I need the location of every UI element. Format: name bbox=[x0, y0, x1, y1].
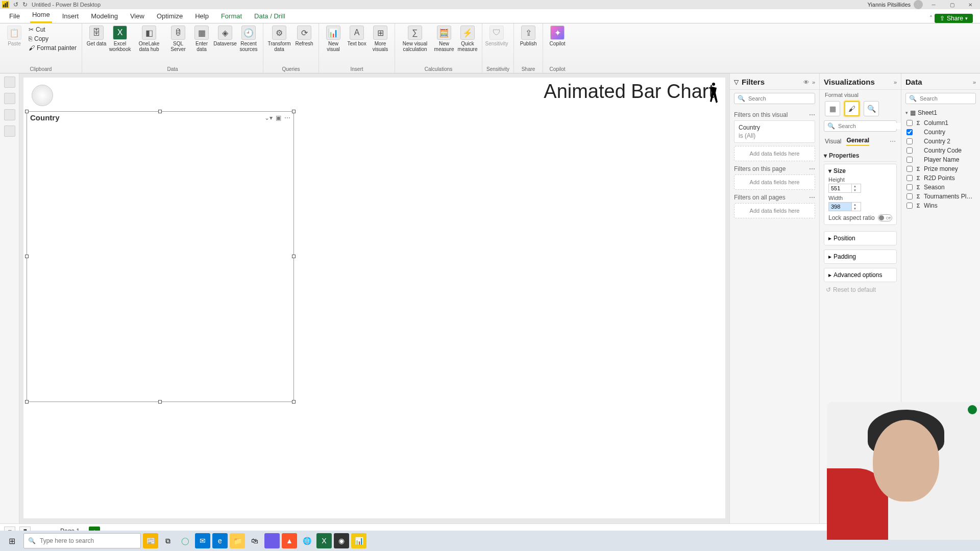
field-column1[interactable]: ΣColumn1 bbox=[901, 118, 980, 128]
tab-modeling[interactable]: Modeling bbox=[89, 10, 120, 23]
explorer-icon[interactable]: 📁 bbox=[230, 533, 245, 548]
chrome-icon[interactable]: 🌐 bbox=[299, 533, 314, 548]
lock-aspect-toggle[interactable]: Off bbox=[878, 214, 892, 221]
new-visual-button[interactable]: 📊New visual bbox=[323, 26, 344, 52]
tab-datadrill[interactable]: Data / Drill bbox=[252, 10, 287, 23]
recent-sources-button[interactable]: 🕘Recent sources bbox=[238, 26, 259, 52]
data-search-input[interactable] bbox=[920, 95, 980, 102]
subtab-visual[interactable]: Visual bbox=[825, 138, 841, 145]
tab-insert[interactable]: Insert bbox=[60, 10, 81, 23]
data-search[interactable]: 🔍 bbox=[905, 93, 976, 104]
section-more-icon[interactable]: ⋯ bbox=[809, 194, 815, 201]
field-countrycode[interactable]: Country Code bbox=[901, 146, 980, 155]
collapse-data-icon[interactable]: » bbox=[973, 79, 976, 85]
paste-button[interactable]: 📋Paste bbox=[4, 26, 24, 52]
tab-format[interactable]: Format bbox=[219, 10, 244, 23]
report-view-button[interactable] bbox=[4, 77, 15, 88]
sqlserver-button[interactable]: 🛢SQL Server bbox=[168, 26, 188, 52]
powerbi-task-icon[interactable]: 📊 bbox=[351, 533, 366, 548]
format-painter-button[interactable]: 🖌Format painter bbox=[28, 44, 78, 52]
height-field[interactable] bbox=[829, 184, 851, 192]
refresh-button[interactable]: ⟳Refresh bbox=[294, 26, 314, 52]
tab-file[interactable]: File bbox=[7, 10, 22, 23]
cut-button[interactable]: ✂Cut bbox=[28, 26, 78, 34]
user-avatar-icon[interactable] bbox=[914, 0, 923, 9]
share-button[interactable]: ⇪Share▾ bbox=[935, 14, 973, 23]
width-down-icon[interactable]: ▼ bbox=[852, 207, 858, 211]
analytics-icon[interactable]: 🔍 bbox=[864, 101, 879, 116]
textbox-button[interactable]: AText box bbox=[347, 26, 367, 52]
add-fields-visual[interactable]: Add data fields here bbox=[734, 146, 815, 161]
size-header[interactable]: ▾Size bbox=[828, 167, 892, 174]
section-more-icon[interactable]: ⋯ bbox=[809, 165, 815, 172]
filter-icon[interactable]: ⌄▾ bbox=[264, 114, 273, 121]
maximize-button[interactable]: ▢ bbox=[944, 0, 960, 9]
copilot-button[interactable]: ✦Copilot bbox=[547, 26, 568, 46]
start-button[interactable]: ⊞ bbox=[2, 533, 21, 549]
field-wins[interactable]: ΣWins bbox=[901, 201, 980, 210]
add-fields-all[interactable]: Add data fields here bbox=[734, 203, 815, 218]
advanced-row[interactable]: ▸Advanced options bbox=[824, 268, 897, 282]
width-field[interactable] bbox=[829, 203, 851, 211]
width-input[interactable]: ▲▼ bbox=[828, 202, 861, 211]
viz-search-input[interactable] bbox=[838, 123, 909, 129]
format-visual-icon[interactable]: 🖌 bbox=[844, 101, 860, 116]
ribbon-collapse-icon[interactable]: ˄ bbox=[929, 15, 933, 22]
field-prizemoney[interactable]: ΣPrize money bbox=[901, 164, 980, 173]
table-node[interactable]: ▾ ▦ Sheet1 bbox=[901, 107, 980, 118]
excel-button[interactable]: XExcel workbook bbox=[110, 26, 130, 52]
sensitivity-button[interactable]: 🛡Sensitivity bbox=[486, 26, 507, 46]
excel-icon[interactable]: X bbox=[316, 533, 332, 548]
filters-search[interactable]: 🔍 bbox=[734, 93, 815, 104]
new-measure-button[interactable]: 🧮New measure bbox=[434, 26, 454, 52]
obs-icon[interactable]: ◉ bbox=[334, 533, 349, 548]
viz-search[interactable]: 🔍 bbox=[824, 120, 897, 132]
subtab-general[interactable]: General bbox=[846, 137, 869, 146]
canvas-area[interactable]: Animated Bar Chart Country ⌄▾ ▣ ⋯ bbox=[19, 73, 729, 523]
height-up-icon[interactable]: ▲ bbox=[852, 184, 858, 188]
tab-help[interactable]: Help bbox=[193, 10, 211, 23]
tab-view[interactable]: View bbox=[128, 10, 146, 23]
transform-data-button[interactable]: ⚙Transform data bbox=[267, 26, 291, 52]
taskbar-search[interactable]: 🔍 Type here to search bbox=[23, 533, 141, 548]
app-icon[interactable] bbox=[264, 533, 280, 548]
add-fields-page[interactable]: Add data fields here bbox=[734, 174, 815, 190]
height-down-icon[interactable]: ▼ bbox=[852, 188, 858, 192]
model-view-button[interactable] bbox=[4, 109, 15, 120]
get-data-button[interactable]: 🗄Get data bbox=[86, 26, 107, 52]
redo-icon[interactable]: ↻ bbox=[22, 1, 28, 8]
tab-home[interactable]: Home bbox=[30, 8, 52, 23]
dax-view-button[interactable] bbox=[4, 126, 15, 137]
dataverse-button[interactable]: ◈Dataverse bbox=[215, 26, 235, 52]
selected-visual[interactable]: Country ⌄▾ ▣ ⋯ bbox=[27, 111, 294, 402]
enter-data-button[interactable]: ▦Enter data bbox=[191, 26, 212, 52]
field-season[interactable]: ΣSeason bbox=[901, 183, 980, 192]
news-icon[interactable]: 📰 bbox=[143, 533, 158, 548]
field-country2[interactable]: Country 2 bbox=[901, 137, 980, 146]
copy-button[interactable]: ⎘Copy bbox=[28, 35, 78, 43]
onelake-button[interactable]: ◧OneLake data hub bbox=[133, 26, 165, 52]
table-view-button[interactable] bbox=[4, 93, 15, 104]
padding-row[interactable]: ▸Padding bbox=[824, 249, 897, 264]
undo-icon[interactable]: ↺ bbox=[13, 1, 18, 8]
collapse-filters-icon[interactable]: » bbox=[812, 79, 815, 85]
field-r2dpoints[interactable]: ΣR2D Points bbox=[901, 173, 980, 183]
tab-optimize[interactable]: Optimize bbox=[155, 10, 185, 23]
brave-icon[interactable]: ▲ bbox=[282, 533, 297, 548]
height-input[interactable]: ▲▼ bbox=[828, 184, 861, 193]
filter-card-country[interactable]: Country is (All) bbox=[734, 120, 815, 143]
field-country[interactable]: Country bbox=[901, 128, 980, 137]
edge-icon[interactable]: e bbox=[212, 533, 228, 548]
publish-button[interactable]: ⇪Publish bbox=[518, 26, 538, 46]
eye-icon[interactable]: 👁 bbox=[803, 79, 809, 85]
store-icon[interactable]: 🛍 bbox=[247, 533, 262, 548]
field-tournaments[interactable]: ΣTournaments Pl… bbox=[901, 192, 980, 201]
reset-default[interactable]: ↺Reset to default bbox=[820, 284, 901, 295]
more-options-icon[interactable]: ⋯ bbox=[284, 114, 290, 121]
focus-icon[interactable]: ▣ bbox=[276, 114, 281, 121]
mail-icon[interactable]: ✉ bbox=[195, 533, 210, 548]
position-row[interactable]: ▸Position bbox=[824, 231, 897, 245]
close-button[interactable]: ✕ bbox=[963, 0, 978, 9]
new-visual-calc-button[interactable]: ∑New visual calculation bbox=[399, 26, 431, 52]
width-up-icon[interactable]: ▲ bbox=[852, 203, 858, 207]
